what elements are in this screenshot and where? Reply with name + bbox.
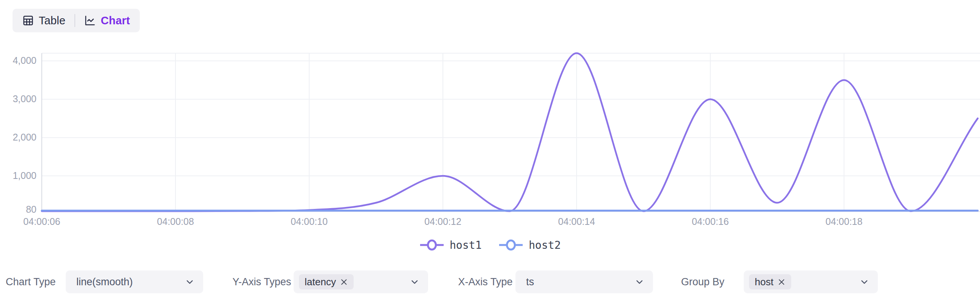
chart-type-select[interactable]: line(smooth) <box>66 270 203 293</box>
line-chart[interactable]: 04:00:0604:00:0804:00:1004:00:1204:00:14… <box>0 0 980 235</box>
chevron-down-icon <box>634 277 644 287</box>
legend-label: host1 <box>450 239 482 251</box>
close-icon[interactable] <box>778 278 786 286</box>
close-icon[interactable] <box>340 278 348 286</box>
chevron-down-icon <box>185 277 195 287</box>
svg-text:04:00:16: 04:00:16 <box>692 216 729 227</box>
y-axis-types-label: Y-Axis Types <box>232 270 291 293</box>
legend-line-marker-icon <box>419 239 444 251</box>
svg-text:3,000: 3,000 <box>13 94 37 104</box>
svg-text:04:00:06: 04:00:06 <box>23 216 60 227</box>
legend-item-host2[interactable]: host2 <box>498 239 561 251</box>
y-axis-types-select[interactable]: latency <box>294 270 428 293</box>
svg-text:04:00:08: 04:00:08 <box>157 216 194 227</box>
tag-label: latency <box>305 276 336 288</box>
legend-label: host2 <box>529 239 561 251</box>
x-axis-type-select[interactable]: ts <box>515 270 653 293</box>
chevron-down-icon <box>409 277 420 287</box>
tag-label: host <box>755 276 773 288</box>
chevron-down-icon <box>859 277 869 287</box>
chart-controls: Chart Type line(smooth) Y-Axis Types lat… <box>0 270 980 294</box>
group-by-label: Group By <box>681 270 724 293</box>
x-axis-type-label: X-Axis Type <box>458 270 513 293</box>
chart-type-value: line(smooth) <box>76 276 133 288</box>
svg-text:4,000: 4,000 <box>13 55 37 66</box>
svg-text:1,000: 1,000 <box>13 170 37 181</box>
svg-text:04:00:10: 04:00:10 <box>291 216 328 227</box>
chart-legend: host1 host2 <box>0 235 980 254</box>
svg-text:04:00:12: 04:00:12 <box>424 216 461 227</box>
group-by-tag-host: host <box>749 274 791 289</box>
svg-text:04:00:18: 04:00:18 <box>826 216 862 227</box>
svg-text:80: 80 <box>26 204 37 215</box>
x-axis-type-value: ts <box>526 276 534 288</box>
chart-area[interactable]: 04:00:0604:00:0804:00:1004:00:1204:00:14… <box>0 0 980 235</box>
legend-item-host1[interactable]: host1 <box>419 239 482 251</box>
chart-builder-page: Table Chart 04:00:0604:00:0804:00:1004:0… <box>0 0 980 294</box>
group-by-select[interactable]: host <box>744 270 878 293</box>
legend-line-marker-icon <box>498 239 523 251</box>
chart-type-label: Chart Type <box>6 270 56 293</box>
svg-text:2,000: 2,000 <box>13 132 37 143</box>
svg-text:04:00:14: 04:00:14 <box>558 216 595 227</box>
y-axis-tag-latency: latency <box>299 274 354 289</box>
